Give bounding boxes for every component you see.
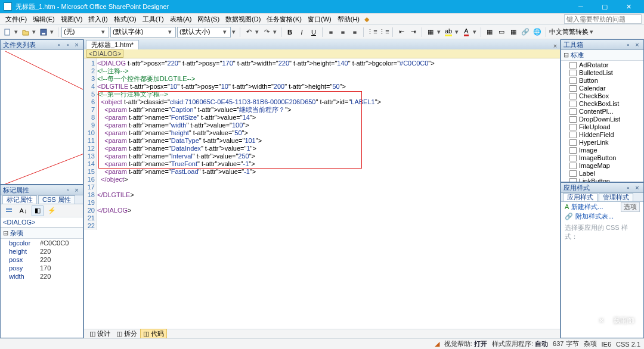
- bold-button[interactable]: B: [284, 27, 295, 38]
- style-combo[interactable]: (无)▾: [61, 27, 109, 38]
- underline-button[interactable]: U: [308, 27, 319, 38]
- font-color-button[interactable]: A: [461, 27, 472, 38]
- toolbox-item[interactable]: FileUpload: [561, 123, 643, 130]
- prop-row[interactable]: posy170: [1, 264, 83, 272]
- prop-row[interactable]: height220: [1, 247, 83, 255]
- prop-row[interactable]: width220: [1, 272, 83, 281]
- menu-site[interactable]: 网站(S): [194, 14, 222, 24]
- panel-menu-icon[interactable]: ▫: [64, 186, 72, 194]
- options-button[interactable]: 选项: [621, 202, 640, 212]
- align-right-button[interactable]: ≡: [349, 27, 360, 38]
- italic-button[interactable]: I: [296, 27, 307, 38]
- list-bullets-button[interactable]: ⋮≡: [367, 27, 377, 38]
- toolbox-item[interactable]: DropDownList: [561, 115, 643, 123]
- menu-edit[interactable]: 编辑(E): [30, 14, 58, 24]
- prop-show-set[interactable]: ◧: [32, 205, 44, 216]
- toolbox-item[interactable]: CheckBox: [561, 92, 643, 99]
- toolbox-item[interactable]: Button: [561, 76, 643, 84]
- view-split[interactable]: ◫ 拆分: [113, 329, 140, 339]
- save-dropdown-icon[interactable]: ▾: [50, 28, 55, 36]
- insert-picture-button[interactable]: ▦: [508, 27, 519, 38]
- panel-close-icon[interactable]: ×: [633, 41, 641, 49]
- redo-button[interactable]: ↷: [261, 27, 272, 38]
- menu-insert[interactable]: 插入(I): [85, 14, 110, 24]
- preview-button[interactable]: 🌐: [532, 27, 543, 38]
- toolbox-item[interactable]: Calendar: [561, 84, 643, 92]
- prop-row[interactable]: bgcolor#C0C0C0: [1, 239, 83, 247]
- prop-row[interactable]: posx220: [1, 255, 83, 264]
- help-plugin-icon[interactable]: ◆: [364, 15, 369, 23]
- panel-close-icon[interactable]: ×: [73, 41, 80, 49]
- menu-taskpane[interactable]: 任务窗格(K): [264, 14, 305, 24]
- status-ie[interactable]: IE6: [602, 341, 612, 348]
- tab-tag-properties[interactable]: 标记属性: [2, 195, 37, 204]
- open-dropdown-icon[interactable]: ▾: [32, 28, 37, 36]
- view-code[interactable]: ◫ 代码: [140, 329, 167, 339]
- status-css[interactable]: CSS 2.1: [616, 341, 640, 348]
- insert-table-button[interactable]: ▦: [484, 27, 495, 38]
- new-dropdown-icon[interactable]: ▾: [14, 28, 19, 36]
- toolbox-item[interactable]: ImageButton: [561, 154, 643, 161]
- convert-button[interactable]: 中文简繁转换: [549, 27, 589, 36]
- minimize-button[interactable]: ─: [569, 0, 593, 13]
- new-page-icon[interactable]: ▫: [55, 41, 63, 49]
- new-style-link[interactable]: A新建样式... 选项: [561, 202, 643, 211]
- toolbox-item[interactable]: ImageMap: [561, 161, 643, 169]
- tab-css-properties[interactable]: CSS 属性: [38, 195, 75, 204]
- toolbox-item[interactable]: HyperLink: [561, 138, 643, 146]
- size-dropdown-icon[interactable]: ▾: [232, 28, 237, 36]
- list-numbers-button[interactable]: ⋮≡: [379, 27, 389, 38]
- toolbox-item[interactable]: AdRotator: [561, 61, 643, 68]
- menu-help[interactable]: 帮助(H): [335, 14, 363, 24]
- menu-format[interactable]: 格式(O): [111, 14, 140, 24]
- close-button[interactable]: ✕: [617, 0, 640, 13]
- menu-window[interactable]: 窗口(W): [305, 14, 335, 24]
- toolbox-item[interactable]: HiddenField: [561, 130, 643, 138]
- hyperlink-button[interactable]: 🔗: [520, 27, 531, 38]
- borders-button[interactable]: ▦: [425, 27, 436, 38]
- insert-layer-button[interactable]: ▭: [496, 27, 507, 38]
- attach-stylesheet-link[interactable]: 🔗附加样式表...: [561, 211, 643, 221]
- align-left-button[interactable]: ≡: [326, 27, 336, 38]
- new-button[interactable]: [2, 27, 13, 38]
- prop-group-misc[interactable]: 杂项: [10, 229, 23, 236]
- code-editor[interactable]: 12345678910111213141516171819202122 <DIA…: [84, 58, 560, 329]
- menu-file[interactable]: 文件(F): [2, 14, 30, 24]
- save-button[interactable]: [38, 27, 49, 38]
- panel-menu-icon[interactable]: ▫: [624, 184, 632, 192]
- help-search-input[interactable]: [564, 14, 642, 24]
- font-combo[interactable]: (默认字体)▾: [110, 27, 176, 38]
- prop-sort-categorized[interactable]: [3, 205, 15, 216]
- toolbox-item[interactable]: BulletedList: [561, 68, 643, 76]
- new-folder-icon[interactable]: ▫: [64, 41, 72, 49]
- view-design[interactable]: ◫ 设计: [86, 329, 113, 339]
- size-combo[interactable]: (默认大小)▾: [177, 27, 231, 38]
- toolbox-item[interactable]: ContentPl...: [561, 107, 643, 115]
- status-misc[interactable]: 杂项: [584, 339, 597, 348]
- menu-dataview[interactable]: 数据视图(D): [222, 14, 264, 24]
- tab-manage-styles[interactable]: 管理样式: [599, 193, 633, 201]
- panel-close-icon[interactable]: ×: [73, 186, 80, 194]
- open-button[interactable]: [20, 27, 31, 38]
- align-center-button[interactable]: ≡: [338, 27, 348, 38]
- document-close-icon[interactable]: ×: [550, 42, 560, 49]
- highlight-button[interactable]: ab: [443, 27, 454, 38]
- toolbox-item[interactable]: Label: [561, 169, 643, 177]
- breadcrumb[interactable]: <DIALOG>: [84, 49, 560, 58]
- toolbox-item[interactable]: LinkButton: [561, 177, 643, 182]
- prop-events[interactable]: ⚡: [46, 205, 58, 216]
- indent-button[interactable]: ⇥: [408, 27, 419, 38]
- panel-menu-icon[interactable]: ▫: [624, 41, 632, 49]
- maximize-button[interactable]: ▢: [593, 0, 617, 13]
- document-tab[interactable]: 无标题_1.htm*: [86, 40, 139, 49]
- outdent-button[interactable]: ⇤: [396, 27, 407, 38]
- tab-apply-styles[interactable]: 应用样式: [563, 193, 597, 201]
- toolbox-group-standard[interactable]: 标准: [571, 51, 584, 58]
- panel-close-icon[interactable]: ×: [633, 184, 641, 192]
- toolbox-item[interactable]: CheckBoxList: [561, 99, 643, 107]
- undo-button[interactable]: ↶: [243, 27, 254, 38]
- prop-sort-az[interactable]: A↓: [17, 205, 29, 216]
- toolbox-item[interactable]: Image: [561, 146, 643, 154]
- menu-tools[interactable]: 工具(T): [140, 14, 167, 24]
- menu-view[interactable]: 视图(V): [58, 14, 86, 24]
